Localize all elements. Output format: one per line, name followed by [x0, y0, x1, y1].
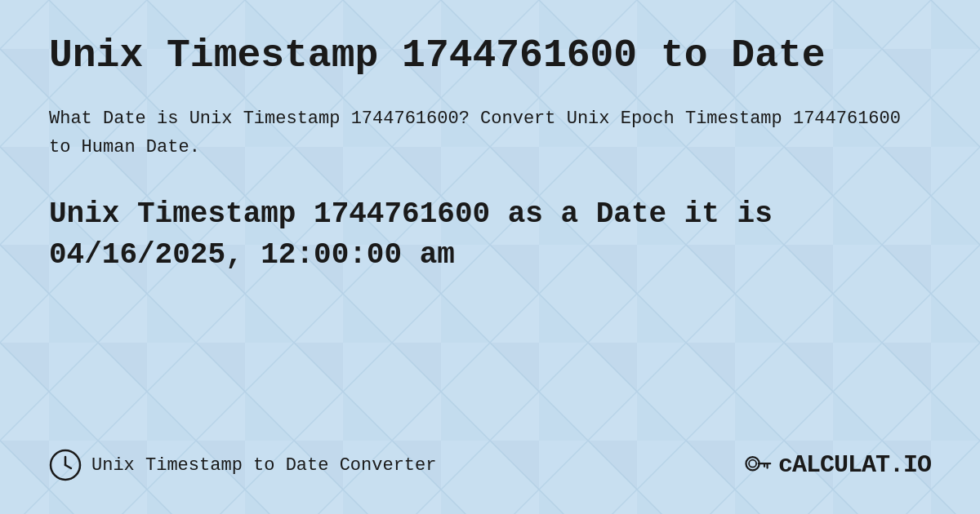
svg-point-10	[746, 457, 759, 470]
result-section: Unix Timestamp 1744761600 as a Date it i…	[49, 194, 931, 277]
clock-icon	[49, 449, 82, 481]
calculat-io-logo: cALCULAT.IO	[742, 450, 931, 480]
footer-left: Unix Timestamp to Date Converter	[49, 449, 436, 481]
logo-text: cALCULAT.IO	[778, 451, 931, 479]
page-title: Unix Timestamp 1744761600 to Date	[49, 33, 931, 80]
footer-label: Unix Timestamp to Date Converter	[91, 455, 436, 476]
page-description: What Date is Unix Timestamp 1744761600? …	[49, 104, 931, 162]
footer: Unix Timestamp to Date Converter cALCULA…	[49, 432, 931, 481]
result-text: Unix Timestamp 1744761600 as a Date it i…	[49, 194, 931, 277]
svg-line-9	[65, 465, 71, 468]
logo-icon	[742, 450, 772, 480]
svg-point-11	[749, 460, 756, 467]
